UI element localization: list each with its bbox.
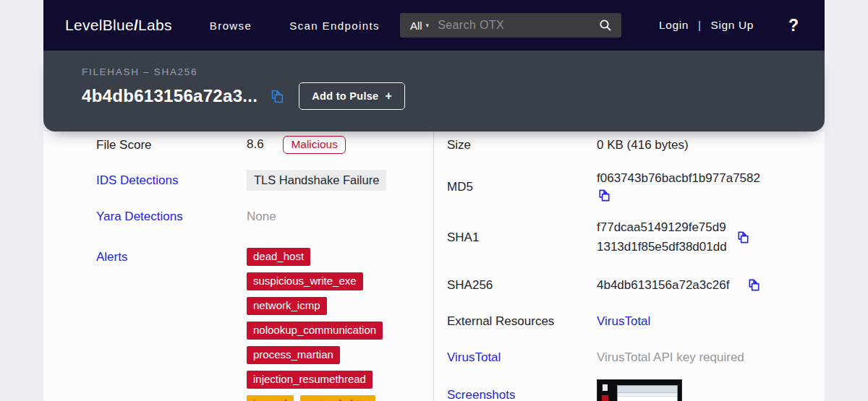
add-to-pulse-label: Add to Pulse: [312, 90, 378, 102]
logo-levelblue: LevelBlue: [65, 17, 134, 33]
row-screenshots: Screenshots: [447, 379, 825, 401]
virustotal-external-link[interactable]: VirusTotal: [597, 314, 650, 329]
alert-tag: process_martian: [247, 346, 340, 364]
md5-value-block: f063743b76bacbf1b977a7582: [597, 171, 760, 203]
sha1-value-line2: 1313d1f85e5df38d01dd: [597, 240, 727, 254]
screenshot-thumbnail[interactable]: [597, 379, 682, 401]
screenshot-window: [617, 385, 678, 401]
alert-tag: nolookup_communication: [247, 322, 383, 340]
file-score-value: 8.6: [247, 137, 264, 151]
filehash-header: FILEHASH – SHA256 4b4db613156a72a3... Ad…: [43, 51, 825, 131]
search-filter-value: All: [410, 20, 422, 32]
copy-hash-button[interactable]: [269, 88, 286, 105]
sha1-label: SHA1: [447, 230, 597, 245]
screenshot-window-toolbar: [618, 386, 677, 393]
row-file-score: File Score 8.6 Malicious: [96, 136, 433, 154]
sha256-label: SHA256: [447, 278, 597, 293]
auth-divider: |: [698, 19, 702, 32]
otx-search-box: All ▾: [400, 13, 621, 38]
row-sha256: SHA256 4b4db613156a72a3c26f: [447, 277, 825, 293]
alert-tag-warning: network_http: [300, 395, 375, 401]
chevron-down-icon: ▾: [426, 22, 430, 29]
sha1-value: f77dcaa5149129fe75d9 1313d1f85e5df38d01d…: [597, 220, 727, 254]
signup-link[interactable]: Sign Up: [711, 19, 754, 32]
alert-tags-row: is_eval network_http: [247, 395, 383, 401]
alerts-link[interactable]: Alerts: [96, 248, 247, 266]
desktop-icon: [603, 384, 608, 391]
row-size: Size 0 KB (416 bytes): [447, 138, 825, 152]
sha256-value-block: 4b4db613156a72a3c26f: [597, 277, 762, 293]
md5-value: f063743b76bacbf1b977a7582: [597, 171, 760, 186]
help-button[interactable]: ?: [784, 15, 803, 36]
analysis-column: File Score 8.6 Malicious IDS Detections …: [43, 131, 433, 401]
search-input[interactable]: [432, 19, 597, 32]
virustotal-section-link[interactable]: VirusTotal: [447, 350, 597, 365]
copy-icon: [736, 230, 751, 245]
size-label: Size: [447, 138, 597, 152]
nav-link-browse[interactable]: Browse: [210, 20, 252, 32]
sha1-value-line1: f77dcaa5149129fe75d9: [597, 220, 727, 235]
alert-tag: injection_resumethread: [247, 371, 373, 389]
virustotal-value: VirusTotal API key required: [597, 350, 744, 365]
alert-tag: network_icmp: [247, 297, 327, 315]
search-icon: [598, 18, 613, 33]
sha1-value-block: f77dcaa5149129fe75d9 1313d1f85e5df38d01d…: [597, 220, 751, 254]
row-yara-detections: Yara Detections None: [96, 210, 433, 224]
levelblue-labs-logo[interactable]: LevelBlue/Labs: [65, 17, 172, 34]
page-frame: LevelBlue/Labs Browse Scan Endpoints All…: [43, 0, 825, 401]
copy-sha256-button[interactable]: [746, 277, 762, 293]
file-score-label: File Score: [96, 138, 247, 152]
screenshots-link[interactable]: Screenshots: [447, 379, 597, 401]
screenshot-window-tabs: [618, 393, 677, 397]
row-external-resources: External Resources VirusTotal: [447, 314, 825, 329]
copy-icon: [597, 188, 612, 203]
login-link[interactable]: Login: [659, 19, 689, 32]
md5-label: MD5: [447, 180, 597, 194]
plus-icon: +: [385, 90, 392, 103]
copy-sha1-button[interactable]: [736, 230, 751, 245]
ids-detections-link[interactable]: IDS Detections: [96, 173, 247, 188]
copy-icon: [746, 277, 762, 293]
search-button[interactable]: [597, 18, 614, 33]
file-score-value-wrap: 8.6 Malicious: [247, 136, 346, 154]
auth-links: Login | Sign Up: [659, 19, 754, 32]
copy-icon: [269, 88, 286, 105]
alert-tags: dead_host suspicious_write_exe network_i…: [247, 248, 383, 401]
external-resources-label: External Resources: [447, 314, 597, 329]
hash-line: 4b4db613156a72a3... Add to Pulse +: [82, 82, 825, 110]
row-sha1: SHA1 f77dcaa5149129fe75d9 1313d1f85e5df3…: [447, 220, 825, 254]
alert-tag: suspicious_write_exe: [247, 272, 363, 290]
copy-md5-button[interactable]: [597, 188, 612, 203]
top-navbar: LevelBlue/Labs Browse Scan Endpoints All…: [43, 0, 825, 51]
alert-tag: dead_host: [247, 248, 310, 266]
search-filter-dropdown[interactable]: All ▾: [407, 20, 432, 32]
yara-detections-value: None: [247, 210, 276, 224]
add-to-pulse-button[interactable]: Add to Pulse +: [299, 82, 405, 110]
file-info-column: Size 0 KB (416 bytes) MD5 f063743b76bacb…: [434, 131, 825, 401]
nav-link-scan-endpoints[interactable]: Scan Endpoints: [289, 20, 380, 32]
sha256-value: 4b4db613156a72a3c26f: [597, 278, 741, 293]
alert-tag-warning: is_eval: [247, 395, 294, 401]
hash-title: 4b4db613156a72a3...: [82, 86, 258, 106]
logo-labs: Labs: [138, 17, 172, 33]
indicator-type-label: FILEHASH – SHA256: [82, 66, 825, 77]
desktop-icon: [602, 395, 608, 401]
ids-detection-chip: TLS Handshake Failure: [247, 170, 386, 191]
row-md5: MD5 f063743b76bacbf1b977a7582: [447, 171, 825, 203]
row-ids-detections: IDS Detections TLS Handshake Failure: [96, 170, 433, 191]
size-value: 0 KB (416 bytes): [597, 138, 689, 152]
row-virustotal: VirusTotal VirusTotal API key required: [447, 350, 825, 365]
row-alerts: Alerts dead_host suspicious_write_exe ne…: [96, 248, 433, 401]
details-panel: File Score 8.6 Malicious IDS Detections …: [43, 131, 825, 401]
malicious-badge: Malicious: [283, 136, 346, 154]
yara-detections-link[interactable]: Yara Detections: [96, 210, 247, 224]
